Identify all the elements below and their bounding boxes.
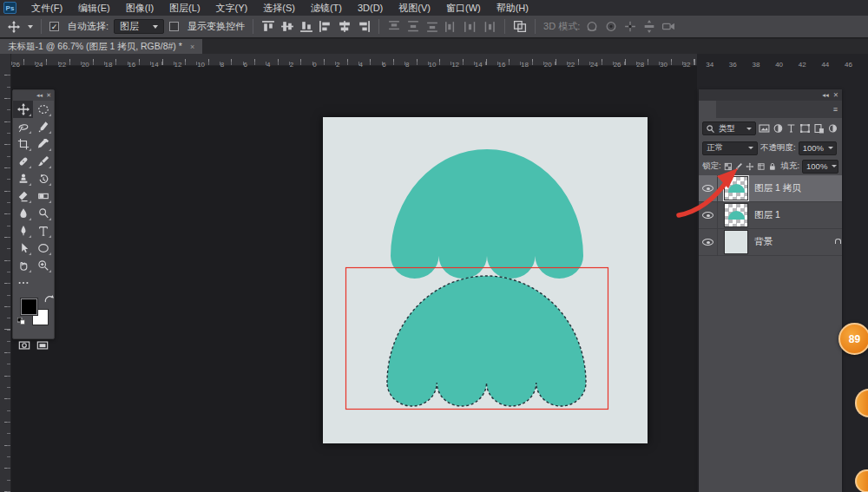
layer-name[interactable]: 图层 1 bbox=[754, 209, 780, 221]
move-tool-preset-icon[interactable] bbox=[5, 18, 23, 36]
hand-tool[interactable] bbox=[13, 257, 33, 274]
layer-name[interactable]: 背景 bbox=[754, 236, 773, 248]
eye-icon[interactable] bbox=[702, 239, 713, 246]
panel-tab[interactable] bbox=[716, 101, 733, 118]
menu-item[interactable]: 选择(S) bbox=[255, 0, 303, 16]
distribute-vertical-center-icon[interactable] bbox=[406, 20, 420, 33]
distribute-top-icon[interactable] bbox=[387, 20, 401, 33]
3d-slide-icon[interactable] bbox=[642, 20, 656, 33]
lock-position-icon[interactable] bbox=[746, 161, 754, 172]
align-left-icon[interactable] bbox=[319, 20, 332, 33]
lock-transparent-pixels-icon[interactable] bbox=[724, 161, 733, 172]
document-tab[interactable]: 未标题-1 @ 66.7% (图层 1 拷贝, RGB/8#) * × bbox=[0, 39, 202, 54]
collapse-panel-icon[interactable]: ◂◂ bbox=[36, 92, 43, 99]
menu-item[interactable]: 帮助(H) bbox=[489, 0, 536, 16]
panel-menu-icon[interactable]: ≡ bbox=[833, 105, 838, 114]
auto-align-layers-icon[interactable] bbox=[513, 20, 527, 33]
pen-tool[interactable] bbox=[13, 222, 33, 239]
default-colors-icon[interactable] bbox=[17, 318, 25, 325]
menu-item[interactable]: 编辑(E) bbox=[70, 0, 118, 16]
path-selection-tool[interactable] bbox=[13, 239, 33, 257]
filter-pixel-layers-icon[interactable] bbox=[759, 123, 770, 134]
umbrella-shape-top[interactable] bbox=[391, 149, 583, 279]
filter-type-layers-icon[interactable] bbox=[786, 123, 797, 134]
panel-tab[interactable] bbox=[733, 101, 751, 118]
menu-item[interactable]: 窗口(W) bbox=[438, 0, 489, 16]
layer-visibility-cell[interactable] bbox=[699, 202, 718, 228]
horizontal-ruler[interactable]: 2624222018161412108642024681012141618202… bbox=[0, 54, 697, 66]
vertical-ruler[interactable] bbox=[0, 66, 11, 492]
auto-select-checkbox[interactable]: ✓ bbox=[49, 22, 59, 31]
quick-mask-icon[interactable] bbox=[15, 338, 34, 352]
clone-stamp-tool[interactable] bbox=[13, 170, 33, 187]
align-vertical-center-icon[interactable] bbox=[280, 20, 294, 33]
menu-item[interactable]: 图像(I) bbox=[118, 0, 161, 16]
filter-adjustment-layers-icon[interactable] bbox=[773, 123, 784, 134]
filter-toggle-icon[interactable] bbox=[827, 123, 838, 134]
layer-thumbnail[interactable] bbox=[724, 203, 748, 227]
auto-select-target-dropdown[interactable]: 图层 bbox=[114, 19, 164, 34]
layer-row[interactable]: 背景 bbox=[699, 229, 842, 256]
layer-thumbnail[interactable] bbox=[724, 230, 748, 254]
tab-close-icon[interactable]: × bbox=[190, 43, 194, 51]
shape-tool[interactable] bbox=[33, 239, 53, 257]
close-panel-icon[interactable]: ✕ bbox=[46, 92, 51, 99]
canvas[interactable] bbox=[323, 117, 648, 443]
eye-icon[interactable] bbox=[702, 185, 713, 192]
menu-item[interactable]: 图层(L) bbox=[161, 0, 207, 16]
align-right-icon[interactable] bbox=[357, 20, 371, 33]
align-horizontal-center-icon[interactable] bbox=[338, 20, 352, 33]
opacity-dropdown[interactable]: 100% bbox=[799, 141, 837, 155]
lock-image-pixels-icon[interactable] bbox=[734, 161, 743, 172]
3d-scale-icon[interactable] bbox=[661, 20, 675, 33]
filter-type-dropdown[interactable]: 类型 bbox=[702, 121, 756, 135]
layer-visibility-cell[interactable] bbox=[699, 175, 718, 201]
gradient-tool[interactable] bbox=[33, 187, 53, 205]
3d-rotate-icon[interactable] bbox=[585, 20, 599, 33]
zoom-tool[interactable] bbox=[33, 257, 53, 274]
menu-item[interactable]: 文件(F) bbox=[23, 0, 70, 16]
filter-shape-layers-icon[interactable] bbox=[799, 123, 811, 134]
layer-visibility-cell[interactable] bbox=[699, 229, 718, 255]
dodge-tool[interactable] bbox=[33, 205, 53, 222]
show-transform-checkbox[interactable] bbox=[169, 22, 179, 31]
fill-dropdown[interactable]: 100% bbox=[802, 160, 838, 174]
crop-tool[interactable] bbox=[13, 135, 33, 153]
lock-artboard-icon[interactable] bbox=[757, 161, 766, 172]
tool-preset-chevron-icon[interactable] bbox=[28, 25, 33, 29]
move-tool[interactable] bbox=[13, 101, 33, 118]
orange-coin-badge[interactable]: 89 bbox=[838, 323, 868, 355]
blur-tool[interactable] bbox=[13, 205, 33, 222]
3d-roll-icon[interactable] bbox=[604, 20, 618, 33]
distribute-bottom-icon[interactable] bbox=[425, 20, 439, 33]
foreground-color-swatch[interactable] bbox=[21, 298, 37, 315]
collapse-panel-icon[interactable]: ◂◂ bbox=[822, 91, 829, 99]
lasso-tool[interactable] bbox=[13, 118, 33, 135]
eyedropper-tool[interactable] bbox=[33, 135, 53, 153]
edit-toolbar-ellipsis[interactable] bbox=[13, 274, 33, 292]
layer-thumbnail[interactable] bbox=[724, 176, 748, 200]
brush-tool[interactable] bbox=[33, 153, 53, 170]
filter-smart-objects-icon[interactable] bbox=[813, 123, 825, 134]
align-bottom-icon[interactable] bbox=[299, 20, 313, 33]
panel-tab[interactable] bbox=[699, 101, 716, 118]
layer-row[interactable]: 图层 1 拷贝 bbox=[699, 175, 842, 202]
swap-colors-icon[interactable] bbox=[44, 295, 54, 304]
layer-row[interactable]: 图层 1 bbox=[699, 202, 842, 229]
menu-item[interactable]: 3D(D) bbox=[350, 0, 391, 16]
menu-item[interactable]: 视图(V) bbox=[391, 0, 438, 16]
distribute-horizontal-center-icon[interactable] bbox=[464, 20, 477, 33]
menu-item[interactable]: 滤镜(T) bbox=[303, 0, 350, 16]
close-panel-icon[interactable]: ✕ bbox=[833, 91, 838, 99]
history-brush-tool[interactable] bbox=[33, 170, 53, 187]
spot-healing-brush-tool[interactable] bbox=[13, 153, 33, 170]
eraser-tool[interactable] bbox=[13, 187, 33, 205]
blend-mode-dropdown[interactable]: 正常 bbox=[702, 141, 758, 155]
align-top-icon[interactable] bbox=[261, 20, 275, 33]
layer-name[interactable]: 图层 1 拷贝 bbox=[754, 182, 801, 194]
type-tool[interactable] bbox=[33, 222, 53, 239]
umbrella-shape-bottom-selected[interactable] bbox=[387, 276, 586, 406]
screen-mode-icon[interactable] bbox=[34, 338, 53, 352]
eye-icon[interactable] bbox=[702, 212, 713, 219]
orange-wedge-icon[interactable] bbox=[855, 389, 868, 417]
